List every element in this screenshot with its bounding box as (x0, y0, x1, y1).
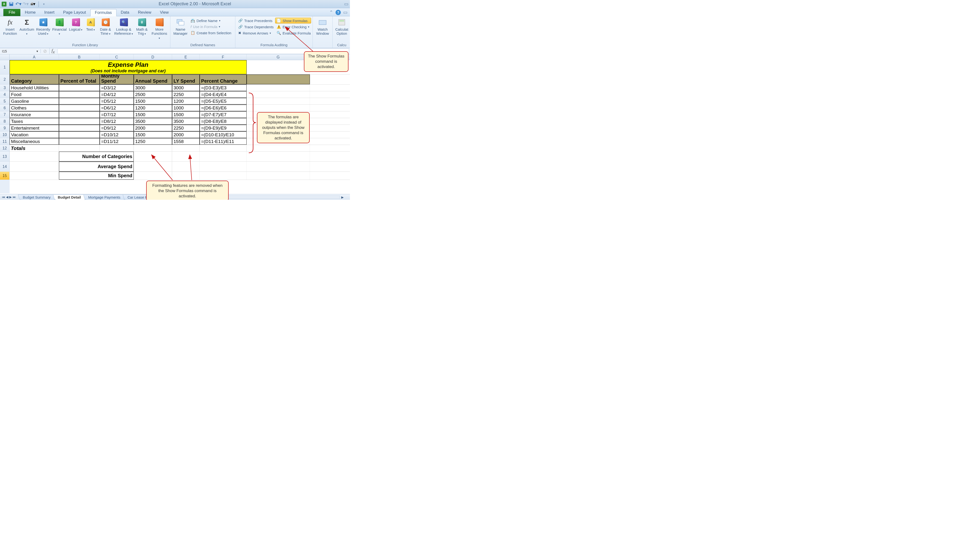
define-name-button[interactable]: 📇Define Name (189, 18, 234, 23)
row-header[interactable]: 2 (0, 75, 10, 85)
cell[interactable]: 1500 (134, 132, 172, 138)
cell[interactable] (100, 145, 134, 152)
cell[interactable] (247, 60, 310, 74)
cell[interactable] (200, 145, 247, 152)
save-icon[interactable] (8, 2, 14, 7)
name-manager-button[interactable]: Name Manager (172, 17, 189, 36)
cell[interactable]: 3000 (172, 85, 200, 91)
redo-icon[interactable]: ↷▾ (23, 2, 28, 7)
tab-insert[interactable]: Insert (40, 9, 59, 16)
cell[interactable]: =D8/12 (100, 118, 134, 125)
sheet-nav-next-icon[interactable]: ▶ (9, 195, 12, 199)
cell[interactable]: 2000 (134, 125, 172, 131)
cell[interactable] (59, 125, 100, 131)
cell[interactable]: Insurance (10, 112, 59, 118)
row-header[interactable]: 12 (0, 145, 10, 152)
cell[interactable] (59, 145, 100, 152)
cell[interactable]: Monthly Spend (100, 75, 134, 84)
fx-icon[interactable]: fx (49, 48, 57, 54)
cell[interactable]: =D10/12 (100, 132, 134, 138)
cell[interactable] (59, 85, 100, 91)
cell[interactable] (247, 98, 310, 105)
row-header[interactable]: 4 (0, 91, 10, 98)
cell[interactable] (134, 172, 172, 180)
select-all-corner[interactable] (0, 54, 10, 60)
sheet-nav-last-icon[interactable]: ⏭ (13, 195, 16, 199)
minimize-ribbon-icon[interactable]: ⌃ (329, 10, 333, 15)
cell[interactable] (59, 91, 100, 98)
cell[interactable] (10, 172, 59, 180)
tab-file[interactable]: File (3, 9, 20, 16)
recently-used-button[interactable]: ★Recently Used (35, 17, 51, 36)
cell[interactable]: =D3/12 (100, 85, 134, 91)
cell[interactable]: Percent Change (200, 75, 247, 84)
row-header[interactable]: 10 (0, 132, 10, 138)
tab-formulas[interactable]: Formulas (90, 9, 117, 16)
cell[interactable]: Miscellaneous (10, 138, 59, 145)
error-checking-button[interactable]: ⚠️Error Checking (275, 24, 311, 30)
cell[interactable]: 1558 (172, 138, 200, 145)
row-header[interactable]: 6 (0, 105, 10, 112)
date-time-button[interactable]: 🕒Date & Time (97, 17, 114, 36)
row-header[interactable]: 5 (0, 98, 10, 105)
cell[interactable] (134, 152, 172, 162)
horizontal-scrollbar[interactable] (214, 195, 340, 199)
watch-window-button[interactable]: Watch Window (314, 17, 331, 36)
sheet-tab[interactable]: Budget Detail (53, 195, 86, 200)
autosum-button[interactable]: ΣAutoSum (19, 17, 35, 36)
cell[interactable] (59, 118, 100, 125)
cell[interactable] (59, 105, 100, 111)
cell[interactable]: =(D6-E6)/E6 (200, 105, 247, 111)
math-trig-button[interactable]: θMath & Trig (134, 17, 150, 36)
cell[interactable] (200, 162, 247, 172)
name-box[interactable]: I15 ▼ (0, 49, 41, 53)
cell[interactable]: =(D5-E5)/E5 (200, 98, 247, 105)
cell[interactable]: =D5/12 (100, 98, 134, 105)
help-icon[interactable]: ? (336, 10, 341, 15)
cell[interactable]: 2250 (172, 125, 200, 131)
cell[interactable] (59, 132, 100, 138)
cell[interactable]: 1200 (134, 105, 172, 111)
cell[interactable]: Household Utilities (10, 85, 59, 91)
tab-view[interactable]: View (155, 9, 173, 16)
row-header[interactable]: 1 (0, 60, 10, 75)
row-header[interactable]: 9 (0, 125, 10, 132)
calculation-options-button[interactable]: Calculat Option (334, 17, 349, 36)
undo-icon[interactable]: ↶▾ (16, 2, 21, 7)
tab-home[interactable]: Home (20, 9, 40, 16)
tab-review[interactable]: Review (134, 9, 156, 16)
cell[interactable] (134, 145, 172, 152)
cell[interactable]: 1250 (134, 138, 172, 145)
cell[interactable] (247, 91, 310, 98)
cell[interactable]: =D6/12 (100, 105, 134, 111)
cell[interactable] (172, 162, 200, 172)
cell[interactable]: 1000 (172, 105, 200, 111)
column-header[interactable]: C (100, 54, 134, 60)
cell[interactable]: =D9/12 (100, 125, 134, 131)
cell[interactable]: 2500 (134, 91, 172, 98)
cell[interactable] (200, 152, 247, 162)
trace-precedents-button[interactable]: 🔗Trace Precedents (237, 18, 275, 23)
row-header[interactable]: 15 (0, 172, 10, 180)
cell[interactable]: =(D4-E4)/E4 (200, 91, 247, 98)
cell[interactable]: =(D7-E7)/E7 (200, 112, 247, 118)
summary-label-cell[interactable]: Average Spend (59, 162, 134, 172)
evaluate-formula-button[interactable]: 🔍Evaluate Formula (275, 30, 311, 36)
cell[interactable] (247, 105, 310, 111)
trace-dependents-button[interactable]: 🔗Trace Dependents (237, 24, 275, 30)
cell[interactable]: =(D3-E3)/E3 (200, 85, 247, 91)
cell[interactable]: Clothes (10, 105, 59, 111)
cell[interactable]: Totals (10, 145, 59, 152)
name-box-dropdown-icon[interactable]: ▼ (36, 50, 38, 53)
cell[interactable]: 3500 (134, 118, 172, 125)
minimize-icon[interactable]: ▭ (344, 1, 349, 7)
row-header[interactable]: 3 (0, 85, 10, 91)
window-restore-icon[interactable]: ▭ (343, 10, 347, 15)
cell[interactable]: Entertainment (10, 125, 59, 131)
cell[interactable]: Vacation (10, 132, 59, 138)
summary-label-cell[interactable]: Number of Categories (59, 152, 134, 162)
cell[interactable]: =(D10-E10)/E10 (200, 132, 247, 138)
cell[interactable]: Category (10, 75, 59, 84)
cell[interactable]: =(D8-E8)/E8 (200, 118, 247, 125)
cell[interactable]: =D11/12 (100, 138, 134, 145)
